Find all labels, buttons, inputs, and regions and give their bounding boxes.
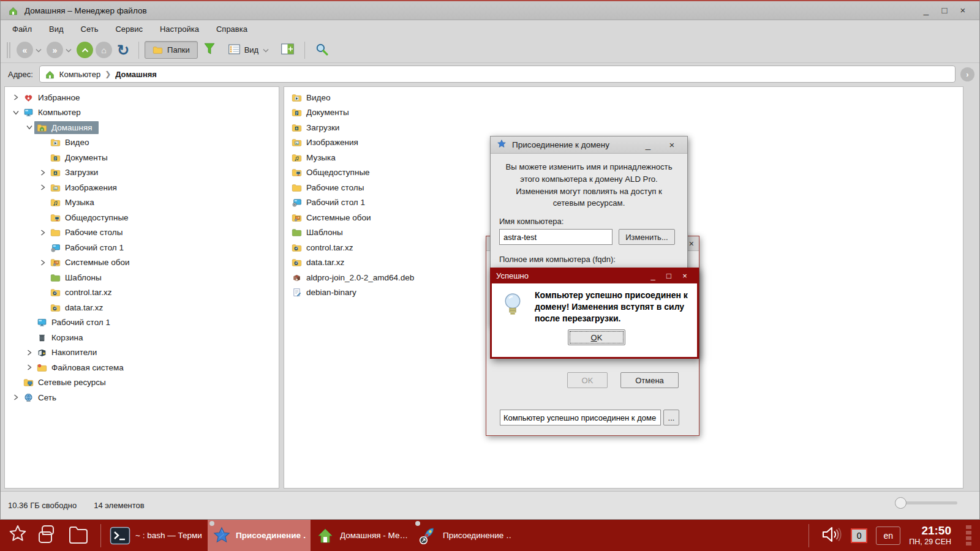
tree-item-inner[interactable]: Сетевые ресурсы	[21, 376, 112, 389]
breadcrumb-computer[interactable]: Компьютер	[59, 70, 100, 79]
filter-button[interactable]	[204, 43, 215, 57]
tree-item-inner[interactable]: Рабочие столы	[48, 226, 129, 239]
up-button[interactable]	[77, 42, 93, 58]
breadcrumb-home[interactable]: Домашняя	[115, 70, 157, 79]
file-item-inner[interactable]: Музыка	[289, 151, 342, 164]
tree-item[interactable]: Накопители	[5, 345, 279, 361]
file-manager-launcher-button[interactable]	[67, 525, 89, 546]
tree-item-inner[interactable]: Музыка	[48, 196, 100, 209]
tree-item-inner[interactable]: Корзина	[34, 331, 89, 344]
expander-open-icon[interactable]	[24, 124, 34, 130]
tree-item[interactable]: Рабочий стол 1	[5, 315, 279, 331]
menu-item-2[interactable]: Вид	[42, 22, 70, 36]
properties-minimize-button[interactable]: _	[639, 137, 657, 154]
properties-close-button[interactable]: ×	[663, 137, 681, 154]
split-view-button[interactable]	[281, 43, 294, 56]
join-cancel-button[interactable]: Отмена	[620, 372, 679, 388]
success-close-button[interactable]: ×	[677, 271, 693, 280]
file-item[interactable]: Документы	[284, 105, 963, 121]
tree-item[interactable]: data.tar.xz	[5, 300, 279, 315]
view-mode-button[interactable]: Вид	[221, 41, 277, 59]
join-status-field[interactable]	[500, 410, 661, 425]
join-ok-button[interactable]: OK	[567, 372, 608, 388]
expander-closed-icon[interactable]	[38, 260, 48, 266]
address-go-button[interactable]: ›	[960, 67, 974, 81]
task-item[interactable]: ~ : bash — Терми…	[105, 520, 208, 551]
tree-item[interactable]: Рабочие столы	[5, 225, 279, 241]
file-item-inner[interactable]: data.tar.xz	[289, 256, 350, 269]
notification-badge[interactable]: 0	[851, 528, 867, 543]
tree-item-inner[interactable]: Общедоступные	[48, 211, 135, 224]
back-history-chevron-icon[interactable]	[36, 45, 42, 54]
tree-item-inner[interactable]: control.tar.xz	[48, 286, 118, 299]
tree-item-inner[interactable]: Загрузки	[48, 166, 104, 179]
tree-item-inner[interactable]: Файловая система	[34, 361, 130, 374]
file-item-inner[interactable]: Рабочие столы	[289, 181, 370, 194]
computer-name-input[interactable]	[499, 229, 612, 245]
tree-item[interactable]: Шаблоны	[5, 270, 279, 285]
tree-item[interactable]: Изображения	[5, 180, 279, 195]
windows-list-button[interactable]	[37, 524, 59, 547]
expander-closed-icon[interactable]	[24, 364, 34, 370]
zoom-slider[interactable]	[901, 501, 957, 504]
menu-item-5[interactable]: Настройка	[153, 22, 206, 36]
tree-item[interactable]: Сеть	[5, 390, 279, 405]
file-item-inner[interactable]: control.tar.xz	[289, 241, 360, 254]
minimize-button[interactable]: _	[917, 2, 935, 19]
keyboard-layout-indicator[interactable]: en	[876, 527, 900, 545]
change-button[interactable]: Изменить...	[619, 229, 675, 245]
expander-closed-icon[interactable]	[11, 94, 21, 100]
tree-item-inner[interactable]: Рабочий стол 1	[34, 316, 116, 329]
tree-item-inner[interactable]: Компьютер	[21, 106, 87, 119]
tree-item-inner[interactable]: Домашняя	[34, 121, 99, 134]
folders-toggle-button[interactable]: Папки	[145, 41, 198, 59]
file-item-inner[interactable]: Изображения	[289, 136, 364, 149]
file-item-inner[interactable]: Загрузки	[289, 121, 345, 134]
tree-item-inner[interactable]: Документы	[48, 151, 114, 164]
tree-item[interactable]: Рабочий стол 1	[5, 240, 279, 255]
search-button[interactable]	[315, 43, 328, 58]
task-item[interactable]: Присоединение …	[208, 520, 311, 551]
success-minimize-button[interactable]: _	[645, 271, 661, 280]
tree-item[interactable]: Компьютер	[5, 105, 279, 121]
start-menu-button[interactable]	[7, 524, 28, 547]
tree-item-inner[interactable]: Шаблоны	[48, 271, 108, 284]
show-desktop-strip[interactable]	[960, 525, 976, 545]
tree-item[interactable]: Документы	[5, 150, 279, 165]
file-item-inner[interactable]: Шаблоны	[289, 226, 349, 239]
tree-item-inner[interactable]: Системные обои	[48, 256, 136, 269]
tree-item-inner[interactable]: Сеть	[21, 391, 62, 404]
file-item-inner[interactable]: Системные обои	[289, 211, 377, 224]
join-dialog-close-button[interactable]: ×	[689, 239, 694, 249]
success-maximize-button[interactable]: □	[661, 271, 677, 280]
join-more-button[interactable]: ...	[663, 410, 679, 425]
back-button[interactable]: «	[17, 42, 33, 58]
tree-item[interactable]: control.tar.xz	[5, 285, 279, 301]
tree-item[interactable]: Музыка	[5, 195, 279, 211]
tree-item[interactable]: Системные обои	[5, 255, 279, 271]
tree-item-inner[interactable]: Рабочий стол 1	[48, 241, 130, 254]
menu-item-4[interactable]: Сервис	[108, 22, 149, 36]
success-titlebar[interactable]: Успешно _ □ ×	[492, 268, 697, 283]
file-item-inner[interactable]: Документы	[289, 106, 355, 119]
tree-item[interactable]: Файловая система	[5, 360, 279, 375]
success-ok-button[interactable]: OK	[568, 329, 625, 345]
titlebar[interactable]: Домашняя – Менеджер файлов _ □ ×	[1, 1, 979, 20]
expander-closed-icon[interactable]	[38, 230, 48, 236]
clock[interactable]: 21:50 ПН, 29 СЕН	[909, 524, 951, 546]
volume-icon[interactable]	[821, 525, 842, 545]
file-item-inner[interactable]: Рабочий стол 1	[289, 196, 371, 209]
zoom-slider-handle[interactable]	[895, 497, 907, 509]
forward-button[interactable]: »	[47, 42, 63, 58]
tree-item-inner[interactable]: Видео	[48, 136, 95, 149]
refresh-button[interactable]: ↻	[117, 43, 129, 58]
tree-item-inner[interactable]: Накопители	[34, 346, 103, 359]
tree-item[interactable]: Корзина	[5, 330, 279, 345]
file-item-inner[interactable]: aldpro-join_2.0-2_amd64.deb	[289, 271, 420, 284]
close-button[interactable]: ×	[954, 2, 972, 19]
file-item-inner[interactable]: debian-binary	[289, 286, 363, 299]
menu-item-1[interactable]: Файл	[6, 22, 39, 36]
expander-closed-icon[interactable]	[24, 350, 34, 356]
tree-item-inner[interactable]: Избранное	[21, 91, 86, 104]
tree-item[interactable]: Сетевые ресурсы	[5, 375, 279, 391]
